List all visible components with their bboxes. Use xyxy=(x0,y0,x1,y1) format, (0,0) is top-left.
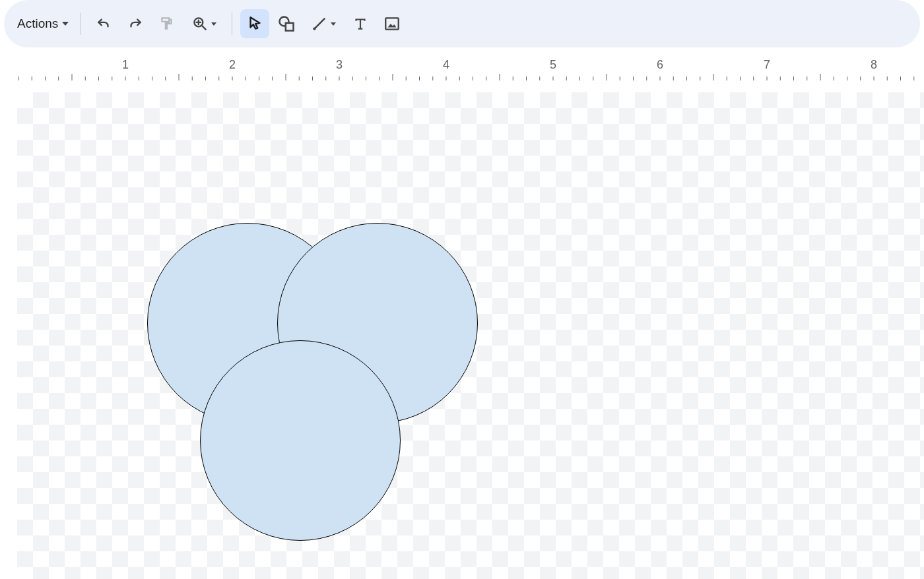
ruler-label: 5 xyxy=(550,58,556,71)
ruler-label: 8 xyxy=(871,58,877,71)
toolbar-separator xyxy=(81,13,81,35)
actions-menu[interactable]: Actions xyxy=(13,9,73,38)
undo-button[interactable] xyxy=(89,9,118,38)
ruler-label: 2 xyxy=(229,58,236,71)
caret-down-icon xyxy=(331,22,336,26)
redo-icon xyxy=(127,15,144,32)
svg-point-7 xyxy=(314,27,316,30)
shape-ellipse[interactable] xyxy=(200,340,401,541)
cursor-icon xyxy=(246,15,263,32)
zoom-icon xyxy=(191,15,209,32)
ruler-label: 4 xyxy=(443,58,449,71)
caret-down-icon xyxy=(211,22,216,26)
horizontal-ruler: 12345678 xyxy=(0,53,924,83)
zoom-button[interactable] xyxy=(184,9,224,38)
shape-icon xyxy=(277,15,296,33)
paint-format-icon xyxy=(158,15,176,32)
toolbar-separator xyxy=(232,13,232,35)
toolbar: Actions xyxy=(4,0,920,47)
image-icon xyxy=(383,15,401,32)
ruler-label: 6 xyxy=(657,58,663,71)
redo-button[interactable] xyxy=(121,9,150,38)
text-icon xyxy=(352,15,369,32)
ruler-label: 1 xyxy=(122,58,129,71)
shape-tool-button[interactable] xyxy=(272,9,301,38)
undo-icon xyxy=(95,15,112,32)
svg-line-6 xyxy=(315,18,325,28)
line-icon xyxy=(311,15,328,32)
select-tool-button[interactable] xyxy=(240,9,269,38)
drawing-canvas[interactable] xyxy=(0,83,924,579)
paint-format-button[interactable] xyxy=(152,9,182,38)
ruler-graphic: 12345678 xyxy=(0,53,924,83)
svg-rect-5 xyxy=(286,23,294,31)
text-box-button[interactable] xyxy=(346,9,375,38)
caret-down-icon xyxy=(62,22,69,26)
insert-image-button[interactable] xyxy=(378,9,407,38)
ruler-label: 3 xyxy=(336,58,343,71)
line-tool-button[interactable] xyxy=(304,9,343,38)
ruler-label: 7 xyxy=(764,58,770,71)
svg-rect-8 xyxy=(386,18,399,29)
svg-line-1 xyxy=(203,26,206,29)
actions-label: Actions xyxy=(17,16,58,31)
